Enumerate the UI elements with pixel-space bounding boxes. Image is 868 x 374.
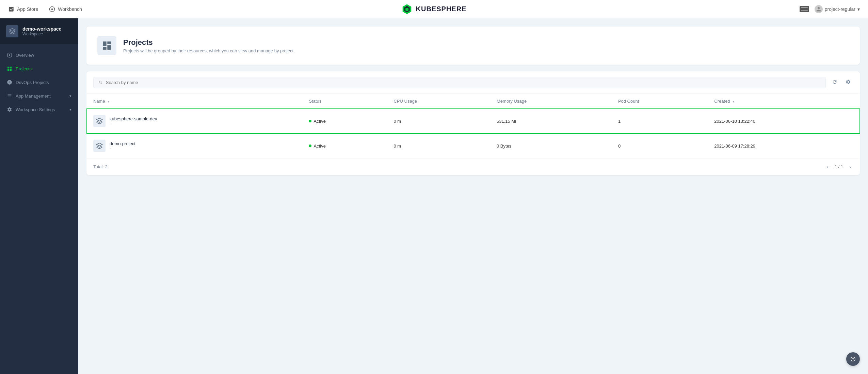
svg-rect-8 (10, 67, 12, 68)
help-icon (850, 356, 856, 362)
project-cpu-cell: 0 m (387, 109, 490, 134)
page-header-text: Projects Projects will be grouped by the… (123, 38, 295, 53)
top-nav-right: project-regular ▾ (800, 5, 860, 13)
app-store-nav[interactable]: App Store (8, 6, 38, 12)
top-nav: App Store Workbench KUBESPHERE (0, 0, 868, 18)
page-info: 1 / 1 (835, 164, 843, 169)
search-input[interactable] (106, 80, 821, 85)
col-memory-usage: Memory Usage (490, 94, 611, 109)
sidebar-projects-label: Projects (16, 66, 32, 71)
project-status-cell: Active (302, 109, 387, 134)
table-footer: Total: 2 ‹ 1 / 1 › (86, 158, 860, 175)
workspace-info: demo-workspace Workspace (22, 26, 61, 36)
sidebar-nav: Overview Projects DevOps Projects (0, 44, 78, 374)
project-icon (93, 140, 106, 152)
app-management-chevron-icon: ▾ (69, 94, 71, 98)
logo-text: KUBESPHERE (416, 5, 467, 13)
workspace-settings-icon (7, 107, 12, 112)
project-created-cell: 2021-06-10 13:22:40 (707, 109, 860, 134)
app-management-icon (7, 93, 12, 99)
sidebar-devops-label: DevOps Projects (16, 80, 49, 85)
total-count: Total: 2 (93, 164, 108, 169)
settings-button[interactable] (843, 78, 853, 87)
page-description: Projects will be grouped by their resour… (123, 48, 295, 53)
workspace-icon (6, 25, 18, 37)
name-sort-icon: ▾ (108, 100, 109, 103)
svg-point-1 (51, 8, 53, 10)
projects-icon (7, 66, 12, 71)
search-box[interactable] (93, 77, 826, 88)
layout: demo-workspace Workspace Overview (0, 18, 868, 374)
user-dropdown-icon: ▾ (857, 6, 860, 12)
user-avatar-icon (816, 6, 821, 12)
logo-area: KUBESPHERE (402, 4, 467, 15)
project-name-text: kubesphere-sample-dev - (110, 116, 157, 126)
grid-toggle-button[interactable] (800, 6, 809, 12)
project-name-text: demo-project - (110, 141, 135, 151)
workbench-label: Workbench (58, 6, 82, 12)
user-label: project-regular (825, 6, 855, 12)
app-store-icon (8, 6, 14, 12)
pagination: ‹ 1 / 1 › (825, 163, 853, 170)
search-icon (98, 80, 103, 85)
project-status-cell: Active (302, 134, 387, 158)
main-content: Projects Projects will be grouped by the… (78, 18, 868, 374)
project-building-icon (96, 142, 103, 149)
project-name-cell: demo-project - (86, 134, 302, 158)
table-row[interactable]: kubesphere-sample-dev - Active 0 m (86, 109, 860, 134)
created-sort-icon: ▾ (733, 100, 734, 103)
user-avatar (815, 5, 823, 13)
kubesphere-logo-icon (402, 4, 413, 15)
overview-icon (7, 52, 12, 58)
status-badge: Active (309, 119, 325, 124)
status-active-dot (309, 120, 311, 122)
workspace-header[interactable]: demo-workspace Workspace (0, 18, 78, 44)
project-created-cell: 2021-06-09 17:28:29 (707, 134, 860, 158)
project-memory-cell: 531.15 Mi (490, 109, 611, 134)
projects-header-icon (101, 40, 112, 51)
sidebar-item-devops[interactable]: DevOps Projects (0, 75, 78, 89)
col-name[interactable]: Name ▾ (86, 94, 302, 109)
table-row[interactable]: demo-project - Active 0 m (86, 134, 860, 158)
table-card: Name ▾ Status CPU Usage Memory Usage (86, 71, 860, 175)
page-title: Projects (123, 38, 295, 47)
sidebar-item-overview[interactable]: Overview (0, 48, 78, 62)
sidebar-workspace-settings-label: Workspace Settings (16, 107, 55, 112)
workspace-building-icon (9, 28, 16, 35)
project-memory-cell: 0 Bytes (490, 134, 611, 158)
col-created[interactable]: Created ▾ (707, 94, 860, 109)
table-header-row: Name ▾ Status CPU Usage Memory Usage (86, 94, 860, 109)
project-pod-count-cell: 0 (611, 134, 707, 158)
app-store-label: App Store (17, 6, 38, 12)
page-header-card: Projects Projects will be grouped by the… (86, 27, 860, 65)
project-building-icon (96, 118, 103, 124)
col-status: Status (302, 94, 387, 109)
user-menu[interactable]: project-regular ▾ (815, 5, 860, 13)
svg-rect-9 (7, 69, 9, 71)
sidebar-item-projects[interactable]: Projects (0, 62, 78, 75)
settings-icon (846, 79, 851, 85)
sidebar-overview-label: Overview (16, 53, 34, 58)
sidebar-item-workspace-settings[interactable]: Workspace Settings ▾ (0, 103, 78, 116)
status-active-dot (309, 144, 311, 147)
sidebar-item-app-management[interactable]: App Management ▾ (0, 89, 78, 103)
project-name-cell: kubesphere-sample-dev - (86, 109, 302, 134)
workbench-nav[interactable]: Workbench (49, 6, 82, 12)
col-pod-count: Pod Count (611, 94, 707, 109)
prev-page-button[interactable]: ‹ (825, 163, 831, 170)
svg-point-6 (9, 54, 10, 56)
status-badge: Active (309, 143, 325, 149)
refresh-button[interactable] (830, 78, 839, 87)
col-cpu-usage: CPU Usage (387, 94, 490, 109)
svg-rect-10 (10, 69, 12, 71)
devops-icon (7, 80, 12, 85)
refresh-icon (832, 79, 837, 85)
next-page-button[interactable]: › (847, 163, 853, 170)
help-button[interactable] (846, 352, 860, 366)
workspace-type: Workspace (22, 32, 61, 36)
project-pod-count-cell: 1 (611, 109, 707, 134)
svg-rect-7 (7, 67, 9, 68)
sidebar: demo-workspace Workspace Overview (0, 18, 78, 374)
project-cpu-cell: 0 m (387, 134, 490, 158)
table-toolbar (86, 71, 860, 94)
